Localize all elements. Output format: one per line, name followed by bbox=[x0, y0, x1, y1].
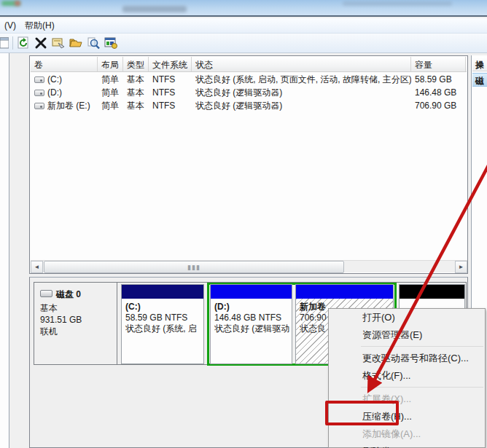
logical-drive-bar bbox=[296, 285, 393, 299]
table-row-volume-d[interactable]: (D:) 简单 基本 NTFS 状态良好 (逻辑驱动器) 146.48 GB bbox=[31, 86, 466, 99]
volume-drive-icon bbox=[34, 103, 44, 109]
volume-type: 基本 bbox=[123, 73, 149, 86]
partition-status: 状态良好 (逻辑驱动 bbox=[214, 323, 290, 334]
actions-pane-header: 操 bbox=[472, 57, 487, 71]
volume-name: (C:) bbox=[47, 74, 62, 85]
background-blur-decoration bbox=[15, 1, 20, 6]
toolbar bbox=[0, 34, 487, 53]
actions-pane-item-disk-management[interactable]: 磁 bbox=[472, 73, 487, 87]
column-header-capacity[interactable]: 容量 bbox=[411, 57, 466, 71]
column-header-status[interactable]: 状态 bbox=[192, 57, 411, 71]
volume-status: 状态良好 (系统, 启动, 页面文件, 活动, 故障转储, 主分区) bbox=[192, 73, 411, 86]
menu-item-open[interactable]: 打开(O) bbox=[329, 309, 485, 326]
volume-list-pane: 卷 布局 类型 文件系统 状态 容量 (C:) 简单 基本 NTFS 状态良好 … bbox=[29, 55, 468, 274]
refresh-icon[interactable] bbox=[15, 36, 31, 50]
column-header-type[interactable]: 类型 bbox=[123, 57, 149, 71]
column-header-filesystem[interactable]: 文件系统 bbox=[149, 57, 192, 71]
scroll-left-button[interactable]: ◄ bbox=[31, 261, 43, 273]
open-folder-icon[interactable] bbox=[68, 36, 84, 50]
volume-capacity: 146.48 GB bbox=[411, 86, 466, 99]
scrollbar-thumb[interactable]: ▮▮▮ bbox=[44, 261, 344, 273]
menu-item-format[interactable]: 格式化(F)... bbox=[329, 367, 485, 385]
menu-separator bbox=[361, 346, 483, 347]
annotation-highlight-box bbox=[325, 401, 399, 425]
menu-separator bbox=[361, 387, 483, 388]
table-row-volume-c[interactable]: (C:) 简单 基本 NTFS 状态良好 (系统, 启动, 页面文件, 活动, … bbox=[31, 73, 466, 86]
unallocated-bar bbox=[400, 285, 464, 299]
delete-icon[interactable] bbox=[33, 36, 49, 50]
context-menu: 打开(O) 资源管理器(E) 更改驱动器号和路径(C)... 格式化(F)...… bbox=[328, 308, 486, 448]
partition-size: 58.59 GB NTFS bbox=[125, 313, 202, 323]
console-tree-panel bbox=[0, 53, 9, 448]
volume-type: 基本 bbox=[123, 86, 149, 99]
partition-title: (C:) bbox=[125, 302, 202, 313]
disk-view-icon[interactable] bbox=[103, 36, 119, 50]
properties-icon[interactable] bbox=[50, 36, 66, 50]
horizontal-scrollbar[interactable]: ◄ ▮▮▮ ► bbox=[31, 260, 467, 272]
disk-status: 联机 bbox=[40, 326, 112, 337]
volume-layout: 简单 bbox=[98, 86, 123, 99]
volume-status: 状态良好 (逻辑驱动器) bbox=[192, 99, 411, 112]
scroll-right-button[interactable]: ► bbox=[455, 261, 467, 273]
background-window-titlebar bbox=[0, 0, 487, 17]
volume-list-header: 卷 布局 类型 文件系统 状态 容量 bbox=[31, 57, 467, 72]
table-row-volume-e[interactable]: 新加卷 (E:) 简单 基本 NTFS 状态良好 (逻辑驱动器) 706.90 … bbox=[31, 99, 466, 112]
volume-capacity: 706.90 GB bbox=[411, 99, 466, 112]
partition-title: (D:) bbox=[214, 302, 290, 313]
menu-item-delete-volume[interactable]: 删除卷(D)... bbox=[329, 443, 485, 448]
disk-capacity: 931.51 GB bbox=[40, 314, 112, 326]
background-window-title-blur bbox=[122, 6, 187, 12]
menu-item-change-drive-letter[interactable]: 更改驱动器号和路径(C)... bbox=[329, 350, 485, 367]
column-header-volume[interactable]: 卷 bbox=[31, 57, 98, 71]
toolbar-separator bbox=[12, 36, 13, 50]
volume-capacity: 58.59 GB bbox=[411, 73, 466, 86]
volume-layout: 简单 bbox=[98, 73, 123, 86]
logical-drive-bar bbox=[211, 285, 292, 299]
background-blur-decoration bbox=[343, 1, 452, 6]
volume-name: (D:) bbox=[47, 87, 62, 98]
menu-item-explorer[interactable]: 资源管理器(E) bbox=[329, 326, 485, 344]
menu-item-add-mirror: 添加镜像(A)... bbox=[329, 425, 485, 443]
console-window-icon[interactable] bbox=[0, 36, 10, 50]
disk-name: 磁盘 0 bbox=[56, 289, 81, 299]
partition-d-block[interactable]: (D:) 146.48 GB NTFS 状态良好 (逻辑驱动 bbox=[210, 284, 292, 364]
menu-view-partial[interactable]: (V) bbox=[0, 19, 20, 32]
volume-drive-icon bbox=[34, 90, 44, 96]
disk-0-info[interactable]: 磁盘 0 基本 931.51 GB 联机 bbox=[34, 283, 117, 364]
menu-bar: (V) 帮助(H) bbox=[0, 18, 487, 34]
volume-name: 新加卷 (E:) bbox=[47, 101, 90, 111]
volume-filesystem: NTFS bbox=[149, 86, 192, 99]
find-icon[interactable] bbox=[85, 36, 101, 50]
volume-filesystem: NTFS bbox=[149, 99, 192, 112]
volume-status: 状态良好 (逻辑驱动器) bbox=[192, 86, 411, 99]
volume-drive-icon bbox=[34, 76, 44, 83]
disk-icon bbox=[40, 290, 52, 297]
partition-status: 状态良好 (系统, 启 bbox=[125, 323, 202, 334]
volume-type: 基本 bbox=[123, 99, 149, 112]
partition-c-block[interactable]: (C:) 58.59 GB NTFS 状态良好 (系统, 启 bbox=[121, 284, 204, 364]
volume-filesystem: NTFS bbox=[149, 73, 192, 86]
partition-size: 146.48 GB NTFS bbox=[214, 313, 290, 323]
menu-help[interactable]: 帮助(H) bbox=[20, 18, 59, 34]
primary-partition-bar bbox=[122, 285, 203, 299]
column-header-layout[interactable]: 布局 bbox=[98, 57, 123, 71]
disk-type: 基本 bbox=[40, 302, 112, 314]
volume-layout: 简单 bbox=[98, 99, 123, 112]
